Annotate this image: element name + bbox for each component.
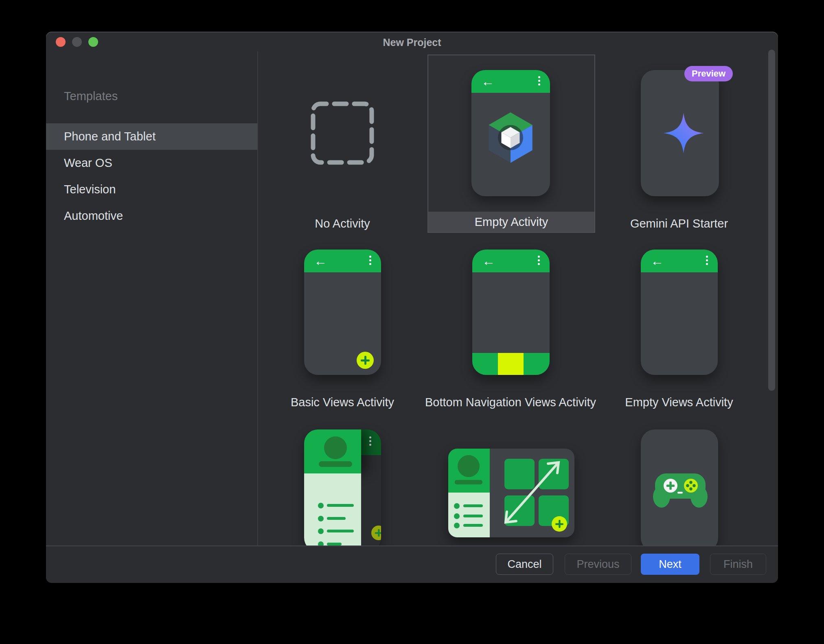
window-title: New Project <box>46 32 778 51</box>
template-label-selected: Empty Activity <box>428 212 594 232</box>
kebab-menu-icon <box>369 256 371 258</box>
kebab-menu-icon <box>706 256 708 258</box>
template-card-basic-views-activity[interactable]: ← Basic Views Activity <box>277 246 408 417</box>
game-controller-icon <box>650 464 711 509</box>
kebab-menu-icon <box>538 76 540 78</box>
avatar-name-bar <box>319 461 352 467</box>
phone-mockup <box>304 429 381 545</box>
bottom-nav-bar-icon <box>472 353 550 375</box>
template-card-empty-views-activity[interactable]: ← Empty Views Activity <box>614 246 744 417</box>
phone-mockup: ← <box>472 250 550 375</box>
sidebar-item-automotive[interactable]: Automotive <box>46 203 257 229</box>
back-arrow-icon: ← <box>314 250 327 272</box>
sidebar-item-label: Automotive <box>64 209 123 222</box>
appbar: ← <box>471 70 550 93</box>
cancel-button[interactable]: Cancel <box>496 554 553 575</box>
footer-divider <box>46 545 778 546</box>
fab-plus-icon <box>552 516 567 532</box>
title-bar: New Project <box>46 32 778 51</box>
template-gallery: No Activity ← <box>258 51 778 545</box>
drawer-list <box>304 473 361 545</box>
gemini-star-icon <box>661 111 706 156</box>
sidebar-item-label: Television <box>64 183 116 196</box>
sidebar-item-label: Phone and Tablet <box>64 130 156 143</box>
kebab-menu-icon <box>538 256 540 258</box>
appbar: ← <box>472 250 550 272</box>
new-project-dialog: New Project Templates Phone and Tablet W… <box>46 32 778 583</box>
tablet-mockup <box>448 449 574 537</box>
template-card-responsive-views[interactable] <box>448 449 574 545</box>
sidebar-item-wear-os[interactable]: Wear OS <box>46 150 257 176</box>
avatar-icon <box>324 436 347 459</box>
sidebar-item-phone-and-tablet[interactable]: Phone and Tablet <box>46 123 257 150</box>
preview-badge: Preview <box>684 66 733 81</box>
kebab-menu-icon <box>369 436 371 438</box>
phone-mockup <box>641 429 718 545</box>
finish-button[interactable]: Finish <box>710 554 766 575</box>
phone-mockup: ← <box>471 70 550 196</box>
appbar: ← <box>641 250 718 272</box>
appbar: ← <box>304 250 381 272</box>
template-card-empty-activity[interactable]: ← Empty Activity <box>427 55 595 233</box>
dashed-frame-icon <box>310 101 375 166</box>
template-label: Basic Views Activity <box>277 396 408 409</box>
template-card-game-activity[interactable] <box>614 410 744 545</box>
templates-sidebar: Templates Phone and Tablet Wear OS Telev… <box>46 51 257 545</box>
phone-mockup: ← <box>641 250 718 375</box>
drawer-header <box>304 429 361 473</box>
scrollbar-thumb[interactable] <box>768 50 775 391</box>
compose-logo-icon <box>484 111 537 164</box>
template-card-navigation-drawer[interactable] <box>277 410 408 545</box>
template-card-gemini-api-starter[interactable]: Preview Gemini API Starter <box>614 51 744 233</box>
next-button[interactable]: Next <box>641 554 699 575</box>
previous-button[interactable]: Previous <box>565 554 631 575</box>
template-card-no-activity[interactable]: No Activity <box>277 51 408 233</box>
phone-mockup <box>641 70 719 196</box>
back-arrow-icon: ← <box>651 250 664 272</box>
bottom-nav-selected-segment <box>498 353 524 375</box>
phone-mockup: ← <box>304 250 381 375</box>
template-label: Bottom Navigation Views Activity <box>417 396 604 409</box>
sidebar-item-label: Wear OS <box>64 156 112 169</box>
screen: New Project Templates Phone and Tablet W… <box>0 0 824 644</box>
sidebar-item-television[interactable]: Television <box>46 176 257 203</box>
back-arrow-icon: ← <box>482 250 495 272</box>
template-card-bottom-navigation-views-activity[interactable]: ← Bottom Navigation Views Activity <box>445 246 576 417</box>
template-label: No Activity <box>277 217 408 230</box>
vertical-scrollbar[interactable] <box>768 50 776 392</box>
template-label: Empty Views Activity <box>614 396 744 409</box>
back-arrow-icon: ← <box>481 70 494 93</box>
sidebar-header: Templates <box>64 90 118 103</box>
fab-plus-icon <box>357 352 374 369</box>
fab-plus-icon <box>371 526 381 540</box>
template-label: Gemini API Starter <box>614 217 744 230</box>
